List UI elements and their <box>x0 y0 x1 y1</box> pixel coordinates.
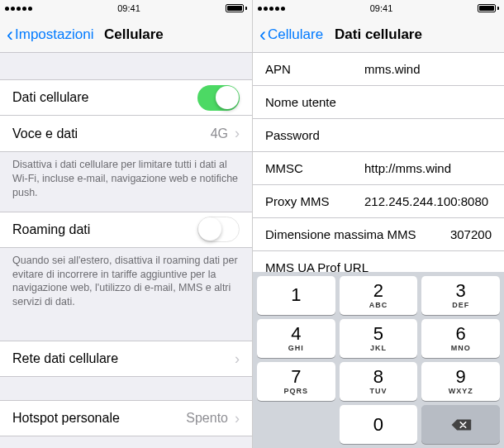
cell-label: Dati cellulare <box>12 90 197 105</box>
chevron-right-icon: › <box>235 410 240 427</box>
chevron-right-icon: › <box>235 125 240 142</box>
section-header: DURATA CHIAMATE <box>0 436 252 448</box>
field-value[interactable]: http://mms.wind <box>364 161 492 175</box>
field-value[interactable]: 212.245.244.100:8080 <box>364 194 492 208</box>
toggle-dati-cellulare[interactable] <box>197 85 240 111</box>
key-3[interactable]: 3DEF <box>421 276 500 315</box>
cell-label: Hotspot personale <box>12 411 186 426</box>
cell-voce-dati[interactable]: Voce e dati 4G › <box>0 116 252 152</box>
phone-cellular-settings: 09:41 ‹ Impostazioni Cellulare Dati cell… <box>0 0 252 448</box>
key-empty <box>257 405 335 444</box>
battery-icon <box>478 4 499 12</box>
status-bar: 09:41 <box>253 0 504 17</box>
field-label: APN <box>265 62 364 76</box>
back-label: Impostazioni <box>15 26 93 43</box>
cell-label: Voce e dati <box>12 126 211 141</box>
signal-dots <box>5 7 32 11</box>
field-label: Password <box>265 128 364 142</box>
key-6[interactable]: 6MNO <box>421 319 500 358</box>
cell-value: Spento <box>186 411 228 426</box>
battery-icon <box>226 4 247 12</box>
cell-roaming[interactable]: Roaming dati <box>0 212 252 248</box>
nav-bar: ‹ Cellulare Dati cellulare <box>253 17 504 53</box>
back-button[interactable]: ‹ Impostazioni <box>7 25 93 45</box>
chevron-right-icon: › <box>235 350 240 368</box>
toggle-roaming[interactable] <box>197 217 240 242</box>
field-label: MMSC <box>265 161 364 175</box>
back-button[interactable]: ‹ Cellulare <box>259 25 323 45</box>
content-scroll[interactable]: Dati cellulare Voce e dati 4G › Disattiv… <box>0 53 252 448</box>
key-5[interactable]: 5JKL <box>340 319 418 358</box>
cell-rete-dati[interactable]: Rete dati cellulare › <box>0 341 252 377</box>
key-0[interactable]: 0 <box>340 405 418 444</box>
field-mmsc[interactable]: MMSC http://mms.wind <box>253 152 504 185</box>
status-time: 09:41 <box>117 3 140 13</box>
field-proxy-mms[interactable]: Proxy MMS 212.245.244.100:8080 <box>253 185 504 218</box>
key-8[interactable]: 8TUV <box>340 362 418 401</box>
field-nome-utente[interactable]: Nome utente <box>253 86 504 119</box>
field-label: Nome utente <box>265 95 364 109</box>
field-ua-prof-url[interactable]: MMS UA Prof URL <box>253 251 504 272</box>
footer-note: Quando sei all'estero, disattiva il roam… <box>0 248 252 322</box>
field-label: Dimensione massima MMS <box>265 227 416 241</box>
key-9[interactable]: 9WXYZ <box>421 362 500 401</box>
chevron-left-icon: ‹ <box>259 25 266 45</box>
key-2[interactable]: 2ABC <box>340 276 418 315</box>
content-scroll[interactable]: APN mms.wind Nome utente Password MMSC h… <box>253 53 504 448</box>
backspace-icon <box>450 417 472 432</box>
cell-label: Roaming dati <box>12 222 197 237</box>
key-7[interactable]: 7PQRS <box>257 362 335 401</box>
cell-dati-cellulare[interactable]: Dati cellulare <box>0 79 252 116</box>
cell-hotspot[interactable]: Hotspot personale Spento › <box>0 400 252 436</box>
signal-dots <box>258 7 285 11</box>
key-backspace[interactable] <box>421 405 500 444</box>
nav-bar: ‹ Impostazioni Cellulare <box>0 17 252 53</box>
field-value[interactable]: 307200 <box>425 227 492 241</box>
field-dim-max-mms[interactable]: Dimensione massima MMS 307200 <box>253 218 504 251</box>
page-title: Cellulare <box>104 26 252 43</box>
chevron-left-icon: ‹ <box>7 25 13 45</box>
cell-value: 4G <box>211 126 228 141</box>
field-label: MMS UA Prof URL <box>265 260 368 272</box>
field-value[interactable]: mms.wind <box>364 62 492 76</box>
status-time: 09:41 <box>370 3 393 13</box>
numeric-keypad: 1 2ABC 3DEF 4GHI 5JKL 6MNO 7PQRS 8TUV 9W… <box>253 272 504 448</box>
key-1[interactable]: 1 <box>257 276 335 315</box>
back-label: Cellulare <box>268 26 323 43</box>
field-apn[interactable]: APN mms.wind <box>253 53 504 86</box>
phone-dati-cellulare: 09:41 ‹ Cellulare Dati cellulare APN mms… <box>252 0 504 448</box>
field-label: Proxy MMS <box>265 194 364 208</box>
status-bar: 09:41 <box>0 0 252 17</box>
field-password[interactable]: Password <box>253 119 504 152</box>
cell-label: Rete dati cellulare <box>12 351 228 366</box>
footer-note: Disattiva i dati cellulare per limitare … <box>0 152 252 212</box>
key-4[interactable]: 4GHI <box>257 319 335 358</box>
